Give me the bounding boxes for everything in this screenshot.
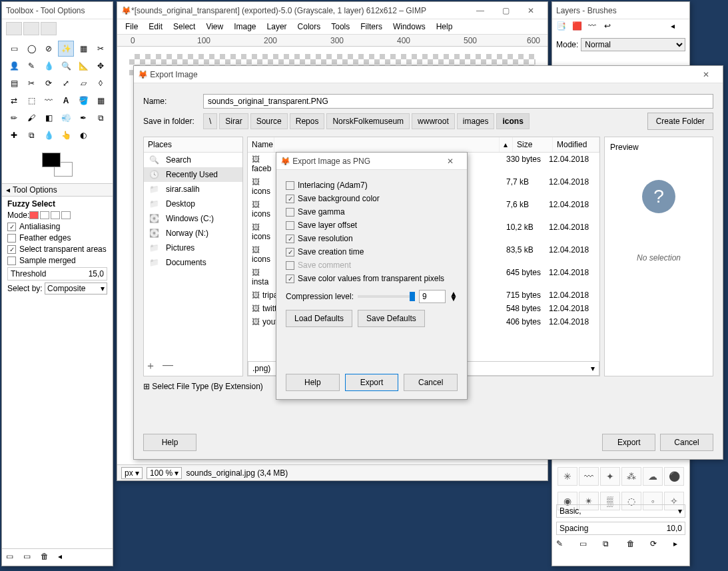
edit-brush-icon[interactable]: ✎ [556,539,568,551]
png-titlebar[interactable]: 🦊 Export Image as PNG ✕ [276,153,467,170]
dodge-tool[interactable]: ◐ [75,127,91,143]
export-button[interactable]: Export [345,374,399,391]
png-option-row[interactable]: Save background color [286,194,458,203]
align-tool[interactable]: ▤ [6,75,22,91]
text-tool[interactable]: A [58,93,74,109]
paintbrush-tool[interactable]: 🖌 [23,110,39,126]
antialias-row[interactable]: Antialiasing [7,222,107,231]
new-brush-icon[interactable]: ▭ [579,539,591,551]
menu-filters[interactable]: Filters [355,21,388,33]
color-swatches[interactable] [41,151,74,178]
crumb[interactable]: wwwroot [412,113,455,129]
toolbox-tab[interactable] [23,22,39,35]
unit-select[interactable]: px ▾ [121,467,143,479]
feather-row[interactable]: Feather edges [7,233,107,243]
layers-titlebar[interactable]: Layers - Brushes [552,2,689,19]
compression-input[interactable] [419,290,446,303]
toolbox-tab[interactable] [6,22,22,35]
mode-replace-icon[interactable] [29,211,39,219]
perspective-clone-tool[interactable]: ⧉ [23,127,39,143]
menu-view[interactable]: View [200,21,228,33]
compression-slider[interactable] [358,295,415,298]
zoom-select[interactable]: 100 % ▾ [147,467,182,479]
eraser-tool[interactable]: ◧ [41,110,57,126]
scissors-tool[interactable]: ✂ [93,41,109,57]
spacing-field[interactable]: Spacing10,0 [556,522,685,535]
measure-tool[interactable]: 📐 [75,58,91,74]
bucket-fill-tool[interactable]: 🪣 [75,93,91,109]
ink-tool[interactable]: ✒ [75,110,91,126]
checkbox[interactable] [286,181,294,190]
col-name[interactable]: Name [248,137,274,152]
menu-windows[interactable]: Windows [388,21,431,33]
fg-color[interactable] [42,153,61,167]
select-by-dropdown[interactable]: Composite▾ [45,283,107,294]
foreground-select-tool[interactable]: 👤 [6,58,22,74]
png-option-row[interactable]: Save layer offset [286,221,458,230]
mode-intersect-icon[interactable] [61,211,71,219]
remove-place-icon[interactable]: — [163,359,173,373]
sort-icon[interactable]: ▴ [500,137,513,152]
transparent-row[interactable]: Select transparent areas [7,245,107,254]
png-option-row[interactable]: Save creation time [286,247,458,257]
smudge-tool[interactable]: 👆 [58,127,74,143]
mode-add-icon[interactable] [40,211,49,219]
checkbox[interactable] [286,275,294,283]
ellipse-select-tool[interactable]: ◯ [23,41,39,57]
mode-select[interactable]: Normal [581,38,685,51]
brush-item[interactable]: ✦ [600,467,620,486]
paths-tab-icon[interactable]: 〰 [588,21,603,35]
help-button[interactable]: Help [286,374,340,391]
crumb[interactable]: Sirar [219,113,248,129]
status-icon[interactable]: ▭ [23,552,35,564]
close-button[interactable]: ✕ [518,3,544,19]
create-folder-button[interactable]: Create Folder [647,113,713,130]
brush-item[interactable]: 〰 [579,467,599,486]
scale-tool[interactable]: ⤢ [58,75,74,91]
toolbox-titlebar[interactable]: Toolbox - Tool Options [2,2,113,19]
brush-item[interactable]: ⁂ [621,467,641,486]
crumb-current[interactable]: icons [496,113,529,129]
maximize-button[interactable]: ▢ [493,3,518,19]
flip-tool[interactable]: ⇄ [6,93,22,109]
add-place-icon[interactable]: ＋ [145,359,156,373]
place-item[interactable]: Documents [144,255,242,270]
open-brush-icon[interactable]: ▸ [673,539,685,551]
tab-menu-icon[interactable]: ◂ [671,21,685,35]
menu-layer[interactable]: Layer [262,21,292,33]
crumb[interactable]: \ [203,113,217,129]
place-item[interactable]: sirar.salih [144,182,242,197]
rect-select-tool[interactable]: ▭ [6,41,22,57]
channels-tab-icon[interactable]: 🟥 [572,21,587,35]
checkbox[interactable] [286,208,294,217]
menu-edit[interactable]: Edit [143,21,168,33]
duplicate-brush-icon[interactable]: ⧉ [603,539,615,551]
blend-tool[interactable]: ▦ [93,93,109,109]
png-option-row[interactable]: Save color values from transparent pixel… [286,274,458,283]
slider-thumb[interactable] [410,292,415,301]
threshold-field[interactable]: Threshold 15,0 [7,267,107,281]
antialias-checkbox[interactable] [7,223,16,231]
free-select-tool[interactable]: ⊘ [41,41,57,57]
blur-tool[interactable]: 💧 [41,127,57,143]
crumb[interactable]: Repos [290,113,325,129]
heal-tool[interactable]: ✚ [6,127,22,143]
refresh-brush-icon[interactable]: ⟳ [650,539,662,551]
export-titlebar[interactable]: 🦊 Export Image ✕ [134,66,723,83]
export-button[interactable]: Export [602,434,655,451]
layers-tab-icon[interactable]: 📑 [556,21,571,35]
png-option-row[interactable]: Save resolution [286,234,458,243]
crumb[interactable]: NorskFolkemuseum [326,113,410,129]
place-item[interactable]: Desktop [144,197,242,211]
menu-image[interactable]: Image [228,21,261,33]
checkbox[interactable] [286,195,294,203]
menu-tools[interactable]: Tools [326,21,355,33]
checkbox[interactable] [286,235,294,243]
name-input[interactable] [203,94,713,109]
crumb[interactable]: images [457,113,495,129]
fuzzy-select-tool[interactable]: ✨ [58,41,74,57]
save-defaults-button[interactable]: Save Defaults [358,310,425,327]
undo-tab-icon[interactable]: ↩ [604,21,619,35]
crop-tool[interactable]: ✂ [23,75,39,91]
png-option-row[interactable]: Save gamma [286,207,458,217]
